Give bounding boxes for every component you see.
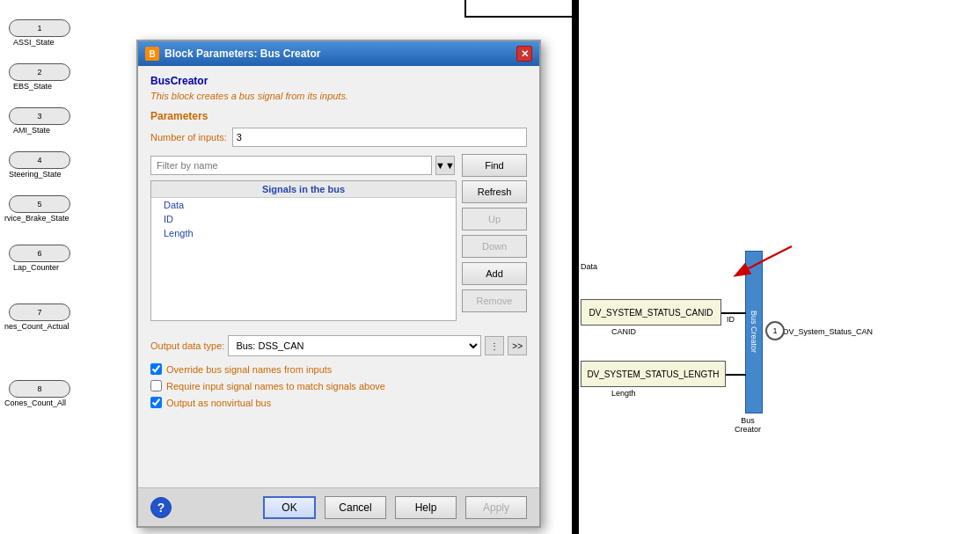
add-button[interactable]: Add (462, 262, 527, 285)
filter-input[interactable] (150, 156, 432, 175)
down-button[interactable]: Down (462, 235, 527, 258)
output-type-row: Output data type: Bus: DSS_CAN ⋮ >> (150, 335, 527, 356)
checkbox-override-label: Override bus signal names from inputs (166, 364, 332, 375)
label-data-right: Data (581, 262, 597, 271)
signal-id[interactable]: ID (151, 212, 456, 226)
section-name: BusCreator (150, 75, 527, 87)
length-block[interactable]: DV_SYSTEM_STATUS_LENGTH (581, 361, 726, 387)
label-steering: Steering_State (9, 170, 62, 179)
remove-button[interactable]: Remove (462, 289, 527, 312)
label-ami: AMI_State (13, 126, 50, 135)
apply-button[interactable]: Apply (465, 496, 527, 519)
label-canid: CANID (611, 327, 636, 336)
label-assi: ASSI_State (13, 38, 55, 47)
block-6[interactable]: 6 (9, 245, 70, 262)
label-brake: rvice_Brake_State (4, 214, 69, 223)
output-type-label: Output data type: (150, 340, 224, 351)
label-length-right: Length (611, 389, 636, 398)
filter-icon-btn[interactable]: ▼▼ (435, 156, 455, 175)
checkbox-override-input[interactable] (150, 363, 162, 375)
dialog-title: Block Parameters: Bus Creator (165, 48, 320, 60)
wire-top (466, 16, 576, 18)
output-type-select[interactable]: Bus: DSS_CAN (228, 335, 481, 356)
label-cones-all: Cones_Count_All (4, 399, 66, 407)
wire-top-v (464, 0, 466, 18)
block-2[interactable]: 2 (9, 63, 70, 81)
signal-length[interactable]: Length (151, 226, 456, 240)
block-3[interactable]: 3 (9, 107, 70, 125)
checkbox-override: Override bus signal names from inputs (150, 363, 527, 375)
wire-id (721, 312, 746, 314)
bus-creator-block[interactable]: Bus Creator (745, 251, 763, 413)
checkbox-nonvirtual: Output as nonvirtual bus (150, 397, 527, 408)
checkbox-require: Require input signal names to match sign… (150, 380, 527, 391)
output-type-icon-btn[interactable]: ⋮ (485, 336, 504, 355)
label-cones-actual: nes_Count_Actual (4, 322, 69, 331)
side-buttons: Refresh Up Down Add Remove (462, 180, 527, 328)
titlebar-left: B Block Parameters: Bus Creator (145, 47, 320, 61)
label-id-right: ID (727, 315, 735, 324)
block-5[interactable]: 5 (9, 195, 70, 213)
num-inputs-field[interactable] (232, 128, 527, 147)
terminator[interactable]: 1 (765, 321, 785, 340)
block-4[interactable]: 4 (9, 151, 70, 169)
dialog-titlebar: B Block Parameters: Bus Creator ✕ (138, 41, 539, 66)
block-7[interactable]: 7 (9, 304, 70, 321)
signals-panel: Signals in the bus Data ID Length (150, 180, 457, 321)
output-type-arrow-btn[interactable]: >> (508, 336, 527, 355)
bus-line (572, 0, 579, 534)
footer-left: ? (150, 497, 172, 518)
dialog-footer: ? OK Cancel Help Apply (138, 487, 539, 526)
num-inputs-label: Number of inputs: (150, 132, 227, 143)
close-button[interactable]: ✕ (516, 46, 532, 62)
signals-header: Signals in the bus (151, 181, 456, 198)
params-label: Parameters (150, 110, 527, 122)
checkbox-require-input[interactable] (150, 380, 162, 391)
canid-block[interactable]: DV_SYSTEM_STATUS_CANID (581, 299, 721, 326)
checkbox-nonvirtual-input[interactable] (150, 397, 162, 408)
label-ebs: EBS_State (13, 82, 52, 91)
wire-length (726, 374, 746, 376)
up-button[interactable]: Up (462, 208, 527, 230)
cancel-button[interactable]: Cancel (325, 496, 386, 519)
dialog-body: BusCreator This block creates a bus sign… (138, 66, 539, 526)
num-inputs-row: Number of inputs: (150, 128, 527, 147)
description: This block creates a bus signal from its… (150, 91, 527, 101)
block-1[interactable]: 1 (9, 19, 70, 37)
filter-row: ▼▼ Find (150, 154, 527, 177)
help-button[interactable]: Help (395, 496, 457, 519)
bus-creator-label: BusCreator (735, 416, 761, 434)
block-params-dialog: B Block Parameters: Bus Creator ✕ BusCre… (136, 40, 541, 528)
help-icon-button[interactable]: ? (150, 497, 172, 518)
label-dv-system: DV_System_Status_CAN (783, 327, 873, 336)
dialog-icon: B (145, 47, 159, 61)
find-button[interactable]: Find (462, 154, 527, 177)
signal-data[interactable]: Data (151, 198, 456, 212)
checkbox-nonvirtual-label: Output as nonvirtual bus (166, 398, 271, 408)
label-lap: Lap_Counter (13, 263, 59, 272)
block-8[interactable]: 8 (9, 380, 70, 398)
signals-area: Signals in the bus Data ID Length Refres… (150, 180, 527, 328)
refresh-button[interactable]: Refresh (462, 180, 527, 203)
checkbox-require-label: Require input signal names to match sign… (166, 381, 385, 391)
ok-button[interactable]: OK (263, 496, 316, 519)
